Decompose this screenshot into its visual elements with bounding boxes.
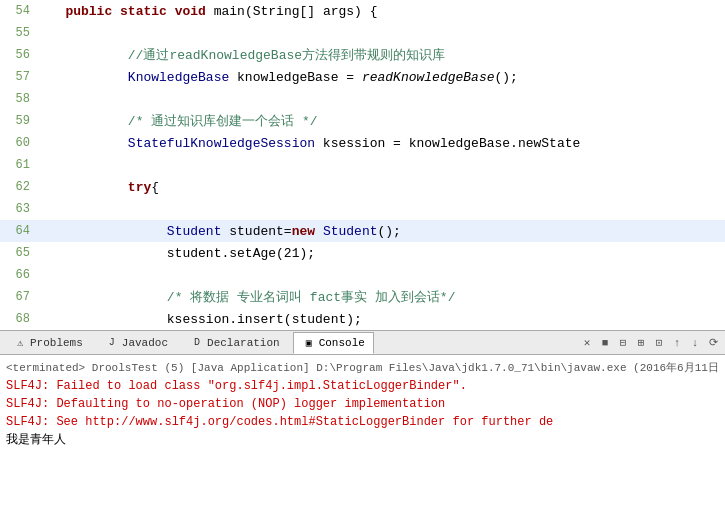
tab-console[interactable]: ▣Console <box>293 332 374 354</box>
line-content: /* 通过知识库创建一个会话 */ <box>38 112 725 130</box>
line-content: //通过readKnowledgeBase方法得到带规则的知识库 <box>38 46 725 64</box>
code-line: 55 <box>0 22 725 44</box>
tab-console-label: Console <box>319 337 365 349</box>
line-number: 55 <box>0 26 38 40</box>
toolbar-icon-4[interactable]: ⊡ <box>651 335 667 351</box>
toolbar-icon-1[interactable]: ■ <box>597 335 613 351</box>
tab-declaration-label: Declaration <box>207 337 280 349</box>
line-number: 56 <box>0 48 38 62</box>
line-number: 58 <box>0 92 38 106</box>
toolbar-icon-6[interactable]: ↓ <box>687 335 703 351</box>
tab-problems-label: Problems <box>30 337 83 349</box>
line-content <box>38 92 725 107</box>
editor-area: 54 public static void main(String[] args… <box>0 0 725 330</box>
tab-javadoc-label: Javadoc <box>122 337 168 349</box>
line-content: StatefulKnowledgeSession ksession = know… <box>38 136 725 151</box>
line-content: Student student=new Student(); <box>38 224 725 239</box>
console-terminated-line: <terminated> DroolsTest (5) [Java Applic… <box>6 359 719 377</box>
code-line: 58 <box>0 88 725 110</box>
toolbar-icon-2[interactable]: ⊟ <box>615 335 631 351</box>
tab-declaration[interactable]: DDeclaration <box>181 332 289 354</box>
line-number: 57 <box>0 70 38 84</box>
line-number: 61 <box>0 158 38 172</box>
line-number: 66 <box>0 268 38 282</box>
code-line: 68 ksession.insert(student); <box>0 308 725 330</box>
console-content: <terminated> DroolsTest (5) [Java Applic… <box>0 355 725 511</box>
console-toolbar: ✕■⊟⊞⊡↑↓⟳ <box>579 335 721 351</box>
line-content: student.setAge(21); <box>38 246 725 261</box>
line-number: 60 <box>0 136 38 150</box>
line-content: try{ <box>38 180 725 195</box>
tab-problems-icon: ⚠ <box>13 336 27 350</box>
console-line: SLF4J: Failed to load class "org.slf4j.i… <box>6 377 719 395</box>
line-content <box>38 26 725 41</box>
tab-javadoc-icon: J <box>105 336 119 350</box>
line-content: public static void main(String[] args) { <box>38 4 725 19</box>
code-line: 57 KnowledgeBase knowledgeBase = readKno… <box>0 66 725 88</box>
tab-console-icon: ▣ <box>302 336 316 350</box>
tab-problems[interactable]: ⚠Problems <box>4 332 92 354</box>
toolbar-icon-3[interactable]: ⊞ <box>633 335 649 351</box>
code-line: 67 /* 将数据 专业名词叫 fact事实 加入到会话*/ <box>0 286 725 308</box>
line-content <box>38 202 725 217</box>
console-line: 我是青年人 <box>6 431 719 449</box>
line-content: /* 将数据 专业名词叫 fact事实 加入到会话*/ <box>38 288 725 306</box>
line-content: ksession.insert(student); <box>38 312 725 327</box>
tab-bar: ⚠Problems JJavadoc DDeclaration ▣Console… <box>0 331 725 355</box>
code-line: 64 Student student=new Student(); <box>0 220 725 242</box>
tab-declaration-icon: D <box>190 336 204 350</box>
line-content <box>38 268 725 283</box>
code-line: 63 <box>0 198 725 220</box>
line-number: 59 <box>0 114 38 128</box>
code-line: 61 <box>0 154 725 176</box>
line-number: 63 <box>0 202 38 216</box>
line-number: 64 <box>0 224 38 238</box>
line-number: 62 <box>0 180 38 194</box>
tab-javadoc[interactable]: JJavadoc <box>96 332 177 354</box>
line-number: 65 <box>0 246 38 260</box>
toolbar-icon-0[interactable]: ✕ <box>579 335 595 351</box>
line-number: 68 <box>0 312 38 326</box>
code-lines: 54 public static void main(String[] args… <box>0 0 725 330</box>
bottom-panel: ⚠Problems JJavadoc DDeclaration ▣Console… <box>0 330 725 511</box>
line-content <box>38 158 725 173</box>
code-line: 54 public static void main(String[] args… <box>0 0 725 22</box>
console-line: SLF4J: See http://www.slf4j.org/codes.ht… <box>6 413 719 431</box>
toolbar-icon-5[interactable]: ↑ <box>669 335 685 351</box>
code-line: 66 <box>0 264 725 286</box>
code-line: 59 /* 通过知识库创建一个会话 */ <box>0 110 725 132</box>
toolbar-icon-7[interactable]: ⟳ <box>705 335 721 351</box>
code-line: 62 try{ <box>0 176 725 198</box>
console-line: SLF4J: Defaulting to no-operation (NOP) … <box>6 395 719 413</box>
code-line: 60 StatefulKnowledgeSession ksession = k… <box>0 132 725 154</box>
line-content: KnowledgeBase knowledgeBase = readKnowle… <box>38 70 725 85</box>
line-number: 67 <box>0 290 38 304</box>
code-line: 56 //通过readKnowledgeBase方法得到带规则的知识库 <box>0 44 725 66</box>
code-line: 65 student.setAge(21); <box>0 242 725 264</box>
line-number: 54 <box>0 4 38 18</box>
